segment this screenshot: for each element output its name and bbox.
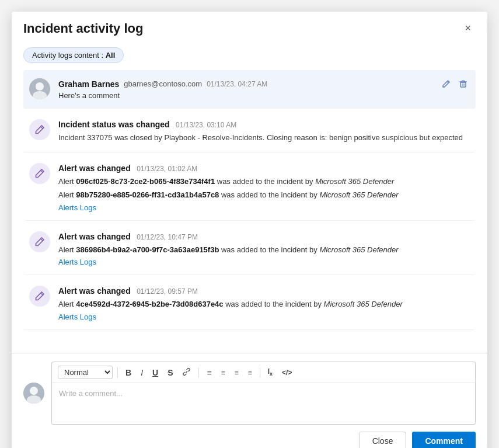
activity-item-status: Incident status was changed 01/13/23, 03… [23, 111, 476, 152]
code-button[interactable]: </> [279, 367, 295, 378]
list-bullet-button[interactable]: ≡ [204, 367, 214, 378]
strikethrough-button[interactable]: S [165, 367, 176, 378]
filter-value: All [106, 51, 116, 60]
filter-label: Activity logs content : [32, 51, 106, 60]
activity-title-time-alert1: 01/13/23, 01:02 AM [137, 165, 197, 173]
delete-comment-button[interactable] [456, 78, 470, 89]
footer-row: Close Comment [23, 432, 476, 448]
toolbar-divider-1 [117, 367, 118, 378]
editor-header-row: Normal Heading 1 Heading 2 Heading 3 B I… [23, 362, 476, 425]
pencil-avatar-alert1 [29, 163, 50, 184]
activity-status-text: Incident 337075 was closed by Playbook -… [58, 132, 470, 144]
clear-format-button[interactable]: Ix [265, 366, 275, 378]
activity-title-time-alert2: 01/12/23, 10:47 PM [137, 233, 198, 241]
list-ordered-button[interactable]: ≡ [218, 367, 228, 378]
activity-item-alert-1: Alert was changed 01/13/23, 01:02 AM Ale… [23, 155, 476, 221]
pencil-avatar-alert2 [29, 231, 50, 252]
editor-toolbar: Normal Heading 1 Heading 2 Heading 3 B I… [51, 362, 476, 425]
activity-header-row: Graham Barnes gbarnes@contoso.com 01/13/… [58, 78, 470, 89]
toolbar-divider-2 [198, 367, 199, 378]
svg-rect-3 [460, 82, 466, 87]
modal-title: Incident activity log [23, 21, 143, 36]
alerts-logs-link-1[interactable]: Alerts Logs [58, 203, 470, 212]
format-select[interactable]: Normal Heading 1 Heading 2 Heading 3 [58, 366, 113, 379]
alert-id-3a: 4ce4592d-4372-6945-b2be-73d08d637e4c [76, 300, 223, 308]
activity-content-alert3: Alert was changed 01/12/23, 09:57 PM Ale… [58, 286, 470, 321]
filter-chip[interactable]: Activity logs content : All [23, 47, 124, 63]
alert-id-1b: 98b75280-e885-0266-ff31-cd3a1b4a57c8 [76, 190, 219, 199]
alerts-logs-link-3[interactable]: Alerts Logs [58, 312, 470, 321]
edit-comment-button[interactable] [439, 78, 453, 89]
activity-time: 01/13/23, 04:27 AM [207, 80, 267, 88]
activity-item-comment: Graham Barnes gbarnes@contoso.com 01/13/… [23, 70, 476, 109]
avatar-graham [29, 78, 50, 99]
filter-bar: Activity logs content : All [12, 43, 487, 70]
svg-point-1 [36, 82, 44, 91]
avatar-commenter [23, 383, 44, 404]
activity-email: gbarnes@contoso.com [124, 79, 202, 88]
activity-content-comment: Graham Barnes gbarnes@contoso.com 01/13/… [58, 78, 470, 100]
toolbar-divider-3 [260, 367, 260, 378]
alert-id-2a: 386986b4-b9a2-a700-9f7c-3a63ae915f3b [76, 245, 219, 254]
link-button[interactable] [179, 366, 194, 379]
alert-line-1a: Alert 096cf025-8c73-2ce2-b065-4f83e734f4… [58, 176, 470, 187]
pencil-avatar-alert3 [29, 286, 50, 307]
indent-increase-button[interactable]: ≡ [245, 367, 255, 378]
alerts-logs-link-2[interactable]: Alerts Logs [58, 258, 470, 266]
activity-title-time-status: 01/13/23, 03:10 AM [176, 121, 236, 129]
activity-title-alert2: Alert was changed [58, 232, 131, 241]
toolbar-row: Normal Heading 1 Heading 2 Heading 3 B I… [52, 362, 475, 383]
activity-content-alert1: Alert was changed 01/13/23, 01:02 AM Ale… [58, 163, 470, 212]
activity-header-left: Graham Barnes gbarnes@contoso.com 01/13/… [58, 79, 267, 89]
close-button[interactable]: Close [359, 432, 407, 448]
comment-editor: Normal Heading 1 Heading 2 Heading 3 B I… [12, 353, 487, 448]
activity-author: Graham Barnes [58, 79, 119, 89]
activity-title-alert1: Alert was changed [58, 164, 131, 173]
alert-id-1a: 096cf025-8c73-2ce2-b065-4f83e734f4f1 [76, 177, 215, 186]
editor-area[interactable]: Write a comment... [52, 383, 475, 424]
comment-button[interactable]: Comment [412, 432, 476, 448]
italic-button[interactable]: I [138, 367, 146, 378]
editor-placeholder: Write a comment... [59, 389, 123, 398]
alert-defender-1a: Microsoft 365 Defender [315, 177, 394, 186]
activity-list: Graham Barnes gbarnes@contoso.com 01/13/… [12, 70, 487, 353]
activity-title-alert3: Alert was changed [58, 286, 131, 296]
underline-button[interactable]: U [149, 367, 161, 378]
alert-defender-1b: Microsoft 365 Defender [319, 190, 398, 199]
indent-decrease-button[interactable]: ≡ [232, 367, 242, 378]
incident-activity-log-modal: Incident activity log × Activity logs co… [12, 12, 487, 448]
pencil-avatar-status [29, 119, 50, 140]
svg-point-5 [30, 387, 38, 395]
activity-title-time-alert3: 01/12/23, 09:57 PM [137, 287, 198, 296]
activity-content-alert2: Alert was changed 01/12/23, 10:47 PM Ale… [58, 231, 470, 267]
modal-header: Incident activity log × [12, 12, 487, 43]
activity-comment-text: Here's a comment [58, 91, 470, 100]
alert-line-3a: Alert 4ce4592d-4372-6945-b2be-73d08d637e… [58, 298, 470, 310]
alert-defender-2a: Microsoft 365 Defender [319, 245, 398, 254]
alert-line-1b: Alert 98b75280-e885-0266-ff31-cd3a1b4a57… [58, 189, 470, 201]
activity-actions [439, 78, 470, 89]
alert-defender-3a: Microsoft 365 Defender [324, 300, 403, 308]
alert-line-2a: Alert 386986b4-b9a2-a700-9f7c-3a63ae915f… [58, 244, 470, 256]
activity-content-status: Incident status was changed 01/13/23, 03… [58, 119, 470, 144]
activity-item-alert-3: Alert was changed 01/12/23, 09:57 PM Ale… [23, 277, 476, 330]
activity-title-status: Incident status was changed [58, 120, 170, 129]
modal-close-button[interactable]: × [460, 20, 476, 37]
activity-item-alert-2: Alert was changed 01/12/23, 10:47 PM Ale… [23, 223, 476, 276]
bold-button[interactable]: B [123, 367, 134, 378]
